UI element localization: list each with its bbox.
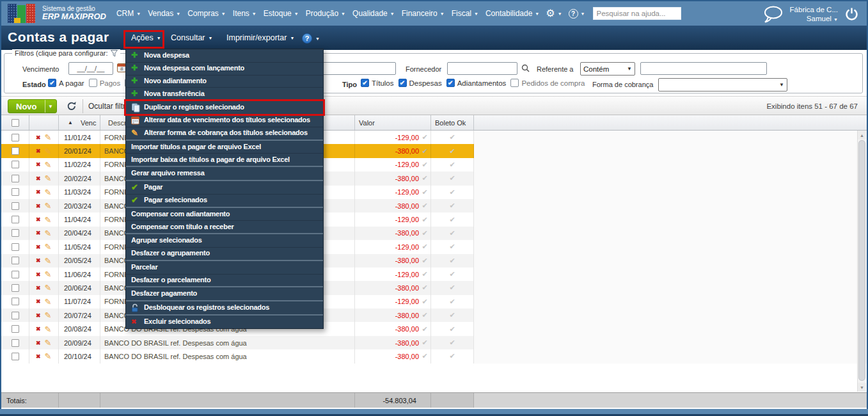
header-valor[interactable]: Valor bbox=[355, 115, 431, 130]
edit-row-icon[interactable]: ✎ bbox=[45, 269, 52, 279]
menu-item-pagar[interactable]: ✔Pagar bbox=[126, 181, 323, 194]
edit-row-icon[interactable]: ✎ bbox=[45, 215, 52, 225]
row-checkbox[interactable] bbox=[12, 284, 19, 292]
delete-row-icon[interactable]: ✖ bbox=[36, 203, 41, 209]
header-boleto-ok[interactable]: Boleto Ok bbox=[431, 115, 474, 130]
header-venc[interactable]: ▲Venc bbox=[59, 115, 100, 130]
delete-row-icon[interactable]: ✖ bbox=[36, 189, 41, 195]
delete-row-icon[interactable]: ✖ bbox=[36, 271, 41, 278]
chevron-down-icon[interactable]: ▼ bbox=[558, 12, 562, 16]
row-checkbox[interactable] bbox=[12, 147, 19, 155]
tipo-option[interactable]: ✔Adiantamentos bbox=[446, 79, 507, 87]
edit-row-icon[interactable]: ✎ bbox=[45, 324, 52, 334]
menu-item-gerar-arquivo-remessa[interactable]: Gerar arquivo remessa bbox=[126, 167, 323, 180]
delete-row-icon[interactable]: ✖ bbox=[36, 148, 41, 154]
top-menu-crm[interactable]: CRM▼ bbox=[116, 9, 141, 18]
delete-row-icon[interactable]: ✖ bbox=[36, 257, 41, 264]
scroll-up-icon[interactable]: ▲ bbox=[858, 131, 866, 140]
edit-row-icon[interactable]: ✎ bbox=[45, 188, 52, 197]
row-checkbox[interactable] bbox=[12, 202, 19, 210]
checked-checkbox[interactable]: ✔ bbox=[361, 79, 369, 87]
checked-checkbox[interactable]: ✔ bbox=[446, 79, 455, 87]
filters-legend[interactable]: Filtros (clique para configurar: bbox=[15, 49, 108, 57]
delete-row-icon[interactable]: ✖ bbox=[36, 216, 41, 223]
checked-checkbox[interactable]: ✔ bbox=[48, 79, 56, 87]
menu-item-alterar-data-de-vencimento-dos-t-tulos-selecionados[interactable]: Alterar data de vencimento dos títulos s… bbox=[126, 114, 323, 127]
menu-item-importar-t-tulos-a-pagar-de-arquivo-excel[interactable]: Importar títulos a pagar de arquivo Exce… bbox=[126, 141, 323, 154]
row-checkbox[interactable] bbox=[12, 216, 19, 223]
top-menu-itens[interactable]: Itens▼ bbox=[233, 9, 256, 18]
row-checkbox[interactable] bbox=[12, 188, 19, 196]
row-checkbox[interactable] bbox=[12, 229, 19, 237]
menu-item-desfazer-pagamento[interactable]: Desfazer pagamento bbox=[126, 287, 323, 300]
delete-row-icon[interactable]: ✖ bbox=[36, 285, 41, 291]
search-icon[interactable] bbox=[521, 64, 530, 72]
menu-item-compensar-com-adiantamento[interactable]: Compensar com adiantamento bbox=[126, 208, 323, 221]
delete-row-icon[interactable]: ✖ bbox=[36, 340, 41, 346]
chat-icon[interactable] bbox=[762, 5, 784, 23]
chevron-down-icon[interactable]: ▼ bbox=[45, 100, 56, 113]
top-menu-qualidade[interactable]: Qualidade▼ bbox=[352, 9, 395, 18]
novo-button[interactable]: Novo ▼ bbox=[8, 99, 57, 113]
edit-row-icon[interactable]: ✎ bbox=[45, 160, 52, 170]
help-button[interactable]: ? ▼ bbox=[302, 33, 320, 44]
delete-row-icon[interactable]: ✖ bbox=[36, 175, 41, 182]
edit-row-icon[interactable]: ✎ bbox=[45, 297, 52, 307]
edit-row-icon[interactable]: ✎ bbox=[45, 338, 52, 348]
calendar-icon[interactable] bbox=[117, 63, 126, 72]
menu-item-novo-adiantamento[interactable]: ✚Novo adiantamento bbox=[126, 75, 323, 88]
checked-checkbox[interactable]: ✔ bbox=[398, 79, 407, 87]
delete-row-icon[interactable]: ✖ bbox=[36, 244, 41, 250]
edit-row-icon[interactable]: ✎ bbox=[45, 132, 52, 142]
top-menu-contabilidade[interactable]: Contabilidade▼ bbox=[485, 9, 539, 18]
menu-item-desfazer-o-agrupamento[interactable]: Desfazer o agrupamento bbox=[126, 247, 323, 260]
estado-option[interactable]: Pagos bbox=[89, 79, 121, 87]
tipo-option[interactable]: ✔Títulos bbox=[361, 79, 394, 87]
top-menu-fiscal[interactable]: Fiscal▼ bbox=[452, 9, 478, 18]
help-icon[interactable]: ? bbox=[569, 9, 578, 19]
menu-item-alterar-forma-de-cobran-a-dos-t-tulos-selecionados[interactable]: ✎Alterar forma de cobrança dos títulos s… bbox=[126, 127, 323, 140]
top-menu-produo[interactable]: Produção▼ bbox=[306, 9, 345, 18]
menu-item-nova-transfer-ncia[interactable]: ✚Nova transferência bbox=[126, 87, 323, 100]
row-checkbox[interactable] bbox=[12, 312, 19, 319]
edit-row-icon[interactable]: ✎ bbox=[45, 228, 52, 238]
unchecked-checkbox[interactable] bbox=[89, 79, 97, 87]
tipo-option[interactable]: ✔Despesas bbox=[398, 79, 442, 87]
row-checkbox[interactable] bbox=[12, 298, 19, 305]
menu-item-nova-despesa-com-lan-amento[interactable]: ✚Nova despesa com lançamento bbox=[126, 62, 323, 75]
refresh-icon[interactable] bbox=[67, 101, 77, 111]
delete-row-icon[interactable]: ✖ bbox=[36, 298, 41, 305]
top-menu-estoque[interactable]: Estoque▼ bbox=[264, 9, 299, 18]
scrollbar-thumb[interactable] bbox=[858, 140, 865, 381]
fornecedor-input[interactable] bbox=[447, 62, 517, 75]
row-checkbox[interactable] bbox=[12, 271, 19, 278]
delete-row-icon[interactable]: ✖ bbox=[36, 134, 41, 141]
menu-item-excluir-selecionados[interactable]: ✖Excluir selecionados bbox=[126, 316, 323, 328]
edit-row-icon[interactable]: ✎ bbox=[45, 242, 52, 252]
vertical-scrollbar[interactable]: ▲ ▼ bbox=[857, 131, 865, 392]
row-checkbox[interactable] bbox=[12, 325, 19, 333]
vencimento-from-input[interactable] bbox=[68, 62, 113, 75]
row-checkbox[interactable] bbox=[12, 243, 19, 251]
top-menu-compras[interactable]: Compras▼ bbox=[187, 9, 226, 18]
menu-item-pagar-selecionados[interactable]: ✔Pagar selecionados bbox=[126, 194, 323, 207]
row-checkbox[interactable] bbox=[12, 134, 19, 141]
referente-input[interactable] bbox=[640, 62, 767, 75]
menu-item-desfazer-o-parcelamento[interactable]: Desfazer o parcelamento bbox=[126, 274, 323, 287]
delete-row-icon[interactable]: ✖ bbox=[36, 161, 41, 168]
menu-consultar[interactable]: Consultar▼ bbox=[171, 33, 212, 42]
row-checkbox[interactable] bbox=[12, 257, 19, 264]
top-menu-vendas[interactable]: Vendas▼ bbox=[148, 9, 180, 18]
power-icon[interactable] bbox=[844, 7, 859, 22]
menu-item-desbloquear-os-registros-selecionados[interactable]: Desbloquear os registros selecionados bbox=[126, 301, 323, 314]
delete-row-icon[interactable]: ✖ bbox=[36, 230, 41, 236]
menu-item-duplicar-o-registro-selecionado[interactable]: Duplicar o registro selecionado bbox=[126, 101, 323, 114]
row-checkbox[interactable] bbox=[12, 161, 19, 168]
row-checkbox[interactable] bbox=[12, 175, 19, 182]
estado-option[interactable]: ✔A pagar bbox=[48, 79, 84, 87]
edit-row-icon[interactable]: ✎ bbox=[45, 310, 52, 320]
tipo-option[interactable]: Pedidos de compra bbox=[510, 79, 585, 87]
edit-row-icon[interactable]: ✎ bbox=[45, 283, 52, 292]
delete-row-icon[interactable]: ✖ bbox=[36, 326, 41, 332]
menu-acoes[interactable]: Ações▼ bbox=[131, 33, 161, 42]
